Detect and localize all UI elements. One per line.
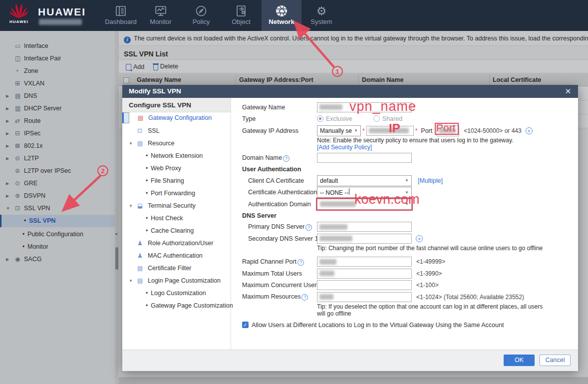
help-icon[interactable]: ?	[297, 259, 304, 266]
brand-name: HUAWEI	[38, 6, 86, 18]
nav-tab-monitor[interactable]: Monitor	[141, 0, 181, 31]
terminal-security-icon: ⬓	[137, 200, 143, 212]
required-asterisk: *	[362, 127, 365, 134]
tree-item-ssl[interactable]: ⊡SSL	[122, 125, 231, 137]
radio-icon	[373, 115, 380, 122]
tree-item-logo-customization[interactable]: •Logo Customization	[122, 287, 231, 300]
gateway-ip-label: Gateway IP Address	[242, 127, 317, 134]
max-concurrent-users-label: Maximum Concurrent Users	[242, 282, 317, 289]
gateway-name-label: Gateway Name	[242, 104, 317, 111]
tree-panel-header: Configure SSL VPN	[122, 98, 231, 112]
ssl-icon: ⊡	[137, 125, 142, 137]
role-user-icon: ♟	[137, 237, 143, 250]
tree-item-resource[interactable]: ▼▤Resource	[122, 137, 231, 150]
redacted-value	[319, 236, 352, 241]
dns-server-header: DNS Server	[242, 210, 578, 221]
fast-channel-tip: Tip: Changing the port number of the fas…	[317, 245, 578, 252]
nav-tab-object[interactable]: Object	[221, 0, 261, 31]
redacted-value	[319, 224, 347, 230]
max-resources-input[interactable]	[317, 292, 412, 302]
nav-tab-network[interactable]: Network	[262, 0, 301, 31]
radio-selected-icon	[317, 115, 323, 122]
step-2-annotation: 2	[97, 165, 108, 176]
tree-item-mac-authentication[interactable]: ♟MAC Authentication	[122, 250, 231, 262]
rapid-channel-port-input[interactable]	[317, 257, 412, 267]
tree-item-login-page-customization[interactable]: ▼▤Login Page Customization	[122, 275, 231, 287]
ip-annotation: IP	[389, 121, 400, 135]
ok-button[interactable]: OK	[504, 355, 535, 366]
nav-tab-dashboard[interactable]: Dashboard	[101, 0, 141, 31]
help-icon[interactable]: ?	[301, 294, 308, 301]
tree-item-gateway-configuration[interactable]: ▤Gateway Configuration	[122, 112, 129, 123]
type-label: Type	[242, 115, 317, 122]
rapid-channel-port-label: Rapid Channel Port?	[242, 258, 317, 266]
vpn-name-annotation: vpn_name	[349, 99, 416, 114]
object-icon	[221, 4, 261, 18]
secondary-dns-input[interactable]	[317, 234, 412, 244]
tree-item-role-authorization[interactable]: ♟Role Authorization/User	[122, 237, 231, 250]
max-resources-label: Maximum Resources?	[242, 293, 317, 301]
huawei-flower-icon	[9, 2, 28, 19]
device-model-redacted	[39, 19, 82, 25]
add-security-policy-link[interactable]: [Add Security Policy]	[317, 144, 578, 151]
client-ca-select[interactable]: default▼	[317, 175, 412, 186]
required-asterisk: *	[415, 127, 418, 134]
port-hint: <1024-50000> or 443	[464, 127, 521, 134]
primary-dns-label: Primary DNS Server?	[242, 223, 317, 231]
max-total-users-input[interactable]	[317, 269, 412, 279]
help-icon[interactable]: ?	[283, 155, 290, 162]
domain-annotation: koevn.com	[354, 192, 420, 207]
add-dns-icon[interactable]: +	[416, 235, 423, 242]
max-resources-hint: <1-1024> (Total 25600; Available 23552)	[416, 294, 524, 301]
collapse-arrow-icon[interactable]: ▼	[129, 275, 133, 287]
multiple-link[interactable]: [Multiple]	[418, 177, 443, 184]
cert-auth-label: Certificate Authentication?	[242, 189, 317, 196]
tree-item-network-extension[interactable]: •Network Extension	[122, 150, 231, 162]
tree-item-port-forwarding[interactable]: •Port Forwarding	[122, 187, 231, 200]
secondary-dns-label: Secondary DNS Server 1	[242, 235, 317, 242]
tree-item-terminal-security[interactable]: ▼⬓Terminal Security	[122, 200, 231, 212]
login-page-icon: ▤	[137, 275, 143, 287]
max-total-hint: <1-3990>	[416, 270, 442, 277]
nav-tab-policy[interactable]: Policy	[181, 0, 221, 31]
tree-item-host-check[interactable]: •Host Check	[122, 212, 231, 225]
offline-tip: Tip: If you deselect the option that one…	[317, 303, 547, 317]
domain-name-input[interactable]	[317, 153, 412, 163]
max-concurrent-users-input[interactable]	[317, 280, 412, 290]
tree-item-certificate-filter[interactable]: ▤Certificate Filter	[122, 262, 231, 275]
max-total-users-label: Maximum Total Users	[242, 270, 317, 277]
add-ip-icon[interactable]: +	[526, 127, 533, 134]
help-icon[interactable]: ?	[305, 224, 312, 231]
certificate-filter-icon: ▤	[137, 262, 143, 275]
resource-icon: ▤	[137, 137, 143, 150]
top-navbar: HUAWEI HUAWEI Dashboard Monitor Policy O…	[0, 0, 588, 31]
primary-dns-input[interactable]	[317, 222, 412, 232]
logo-caption: HUAWEI	[5, 19, 33, 24]
redacted-value	[320, 201, 356, 207]
tree-item-web-proxy[interactable]: •Web Proxy	[122, 162, 231, 175]
nav-tab-system[interactable]: ⚙ System	[301, 0, 341, 31]
modify-ssl-vpn-dialog: Modify SSL VPN ✕ Configure SSL VPN ▤Gate…	[122, 85, 578, 371]
redacted-value	[319, 259, 336, 265]
rapid-port-hint: <1-49999>	[416, 258, 445, 265]
tree-item-cache-clearing[interactable]: •Cache Clearing	[122, 225, 231, 237]
dashboard-icon	[101, 4, 141, 18]
type-radio-exclusive[interactable]: Exclusive	[317, 115, 373, 122]
tree-item-file-sharing[interactable]: •File Sharing	[122, 175, 231, 187]
policy-compass-icon	[181, 4, 221, 18]
redacted-value	[319, 271, 334, 276]
user-authentication-header: User Authentication	[242, 164, 578, 175]
chevron-down-icon: ▼	[354, 128, 358, 133]
allow-same-account-checkbox[interactable]: ✓	[242, 322, 249, 328]
huawei-logo: HUAWEI	[5, 2, 33, 30]
collapse-arrow-icon[interactable]: ▼	[129, 200, 133, 212]
close-icon[interactable]: ✕	[563, 85, 573, 98]
collapse-arrow-icon[interactable]: ▼	[129, 137, 133, 150]
tree-item-gateway-page-customization[interactable]: •Gateway Page Customization	[122, 300, 231, 312]
allow-same-account-label: Allow Users at Different Locations to Lo…	[252, 322, 504, 329]
gateway-configuration-form: Gateway Name * Type Exclusive Shared Gat…	[232, 98, 578, 350]
cancel-button[interactable]: Cancel	[540, 355, 571, 366]
chevron-down-icon: ▼	[405, 178, 409, 183]
ip-mode-select[interactable]: Manually se▼	[317, 125, 361, 136]
dialog-titlebar: Modify SSL VPN ✕	[122, 85, 578, 98]
